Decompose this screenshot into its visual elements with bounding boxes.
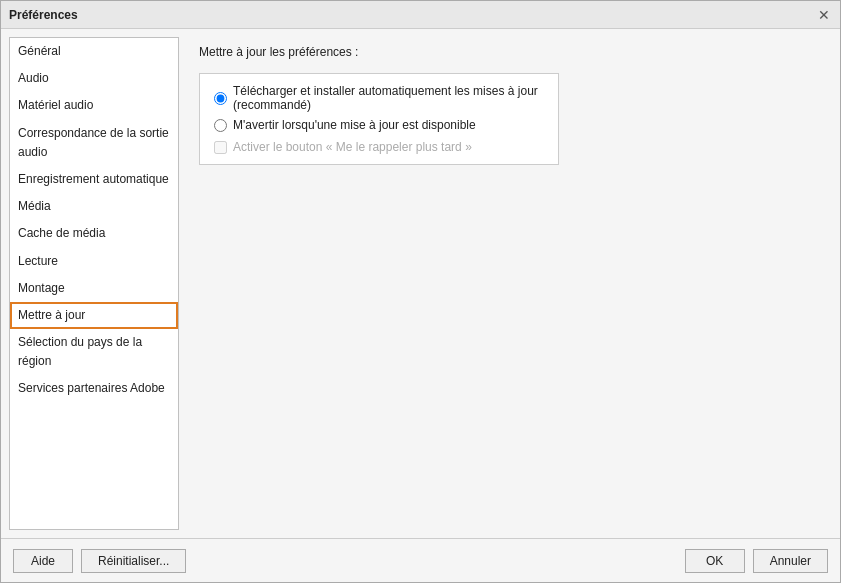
aide-button[interactable]: Aide	[13, 549, 73, 573]
update-options-group: Télécharger et installer automatiquement…	[199, 73, 559, 165]
close-button[interactable]: ✕	[816, 7, 832, 23]
sidebar-item-mettre-a-jour[interactable]: Mettre à jour	[10, 302, 178, 329]
footer-right: OK Annuler	[685, 549, 828, 573]
sidebar-item-correspondance[interactable]: Correspondance de la sortie audio	[10, 120, 178, 166]
radio-notify-label: M'avertir lorsqu'une mise à jour est dis…	[233, 118, 476, 132]
sidebar-item-general[interactable]: Général	[10, 38, 178, 65]
sidebar-item-materiel-audio[interactable]: Matériel audio	[10, 92, 178, 119]
reinitialiser-button[interactable]: Réinitialiser...	[81, 549, 186, 573]
sidebar-item-enregistrement[interactable]: Enregistrement automatique	[10, 166, 178, 193]
section-title: Mettre à jour les préférences :	[199, 45, 820, 59]
radio-option-notify[interactable]: M'avertir lorsqu'une mise à jour est dis…	[214, 118, 544, 132]
sidebar-item-lecture[interactable]: Lecture	[10, 248, 178, 275]
radio-auto-label: Télécharger et installer automatiquement…	[233, 84, 544, 112]
radio-auto-input[interactable]	[214, 92, 227, 105]
sidebar-item-media[interactable]: Média	[10, 193, 178, 220]
checkbox-remind[interactable]: Activer le bouton « Me le rappeler plus …	[214, 140, 544, 154]
content-area: Mettre à jour les préférences : Téléchar…	[179, 29, 840, 538]
annuler-button[interactable]: Annuler	[753, 549, 828, 573]
sidebar: GénéralAudioMatériel audioCorrespondance…	[9, 37, 179, 530]
dialog-body: GénéralAudioMatériel audioCorrespondance…	[1, 29, 840, 538]
footer-left: Aide Réinitialiser...	[13, 549, 186, 573]
preferences-dialog: Préférences ✕ GénéralAudioMatériel audio…	[0, 0, 841, 583]
ok-button[interactable]: OK	[685, 549, 745, 573]
sidebar-item-services-adobe[interactable]: Services partenaires Adobe	[10, 375, 178, 402]
radio-notify-input[interactable]	[214, 119, 227, 132]
dialog-footer: Aide Réinitialiser... OK Annuler	[1, 538, 840, 582]
radio-option-auto[interactable]: Télécharger et installer automatiquement…	[214, 84, 544, 112]
checkbox-remind-input	[214, 141, 227, 154]
checkbox-remind-label: Activer le bouton « Me le rappeler plus …	[233, 140, 472, 154]
dialog-title: Préférences	[9, 8, 78, 22]
sidebar-item-cache-media[interactable]: Cache de média	[10, 220, 178, 247]
title-bar: Préférences ✕	[1, 1, 840, 29]
sidebar-item-selection-pays[interactable]: Sélection du pays de la région	[10, 329, 178, 375]
sidebar-item-montage[interactable]: Montage	[10, 275, 178, 302]
sidebar-item-audio[interactable]: Audio	[10, 65, 178, 92]
